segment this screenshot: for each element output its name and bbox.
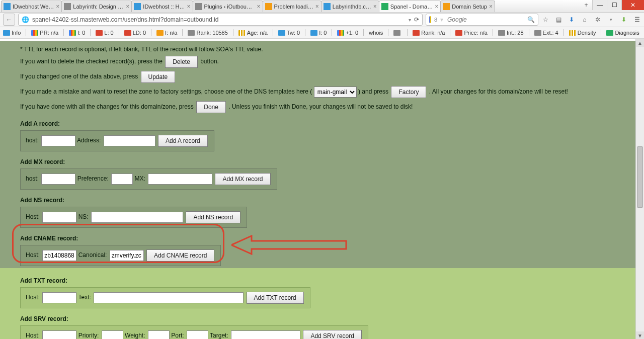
metric-label: Density: [578, 30, 596, 36]
browser-tab[interactable]: Labyrinth: Design a…×: [61, 1, 132, 12]
tab-close-icon[interactable]: ×: [373, 3, 377, 10]
toolbar-metric[interactable]: +1: 0: [336, 30, 359, 36]
mx-mx-input[interactable]: [148, 174, 212, 185]
home-icon[interactable]: ⌂: [581, 16, 589, 23]
url-history-dropdown[interactable]: ▾: [409, 17, 411, 23]
url-text[interactable]: spanel-42402-ssl.masterweb.com/user/dns.…: [32, 16, 406, 23]
bookmark-star-icon[interactable]: ☆: [541, 16, 549, 23]
search-submit-icon[interactable]: 🔍: [527, 16, 535, 23]
add-a-button[interactable]: Add A record: [158, 135, 208, 147]
nav-back-button[interactable]: ←: [3, 14, 15, 26]
tab-close-icon[interactable]: ×: [435, 3, 438, 10]
toolbar-metric[interactable]: whois: [368, 30, 384, 36]
cname-canonical-input[interactable]: [110, 250, 144, 261]
toolbar-metric[interactable]: I: 0: [309, 30, 328, 36]
seo-toolbar: InfoPR: n/aI: 0L: 0LD: 0I: n/aRank: 1058…: [0, 27, 644, 39]
srv-weight-input[interactable]: [148, 330, 170, 339]
browser-tab[interactable]: Plugins ‹ iOutboun…×: [193, 1, 263, 12]
mx-host-input[interactable]: [41, 174, 75, 185]
update-button[interactable]: Update: [141, 71, 176, 83]
ns-ns-input[interactable]: [91, 212, 183, 223]
toolbar-metric[interactable]: Diagnosis: [605, 30, 640, 36]
reload-icon[interactable]: ⟳: [414, 16, 419, 23]
srv-priority-input[interactable]: [102, 330, 123, 339]
tab-label: Labyrinthdb.c…: [333, 4, 371, 10]
tab-close-icon[interactable]: ×: [315, 3, 319, 10]
browser-location-bar: ← 🌐 spanel-42402-ssl.masterweb.com/user/…: [0, 13, 644, 27]
browser-tab[interactable]: Spanel - Doma…×: [379, 1, 441, 12]
mx-pref-input[interactable]: [111, 174, 133, 185]
add-mx-button[interactable]: Add MX record: [215, 173, 270, 185]
add-ns-button[interactable]: Add NS record: [186, 211, 240, 223]
add-cname-heading: Add CNAME record:: [20, 235, 636, 242]
add-txt-heading: Add TXT record:: [20, 277, 636, 284]
tab-label: Plugins ‹ iOutboun…: [204, 4, 255, 10]
reader-icon[interactable]: ▤: [554, 16, 562, 23]
toolbar-metric[interactable]: Rank: 10585: [187, 30, 228, 36]
toolbar-metric[interactable]: [392, 30, 403, 36]
txt-text-input[interactable]: [94, 292, 244, 303]
txt-host-input[interactable]: [42, 292, 76, 303]
scroll-track[interactable]: [636, 47, 644, 331]
toolbar-metric[interactable]: Price: n/a: [454, 30, 488, 36]
srv-target-input[interactable]: [231, 330, 300, 339]
metric-icon: [393, 30, 400, 36]
toolbar-metric[interactable]: Tw: 0: [277, 30, 301, 36]
toolbar-metric[interactable]: Int.: 28: [497, 30, 525, 36]
toolbar-metric[interactable]: I: n/a: [155, 30, 178, 36]
download-icon[interactable]: ⬇: [568, 16, 576, 23]
search-input[interactable]: [446, 16, 524, 24]
browser-tab[interactable]: Labyrinthdb.c…×: [321, 1, 379, 12]
delete-button[interactable]: Delete: [165, 56, 198, 68]
scroll-up-icon[interactable]: ▲: [636, 39, 644, 47]
delete-instruction: If you want to delete the checked record…: [20, 56, 636, 68]
a-address-input[interactable]: [104, 135, 155, 146]
factory-button[interactable]: Factory: [391, 86, 426, 98]
add-cname-button[interactable]: Add CNAME record: [146, 249, 214, 262]
tab-favicon-icon: [64, 3, 71, 10]
add-txt-button[interactable]: Add TXT record: [247, 292, 304, 304]
metric-icon: [3, 30, 10, 36]
toolbar-metric[interactable]: Info: [2, 30, 22, 36]
addons-icon[interactable]: ✲: [594, 16, 602, 23]
ns-host-input[interactable]: [42, 212, 76, 223]
toolbar-metric[interactable]: L: 0: [95, 30, 114, 36]
tab-close-icon[interactable]: ×: [187, 3, 190, 10]
toolbar-metric[interactable]: Density: [568, 30, 597, 36]
srv-port-input[interactable]: [187, 330, 208, 339]
vertical-scrollbar[interactable]: ▲ ▼: [635, 39, 644, 339]
srv-host-input[interactable]: [42, 330, 76, 339]
browser-tab[interactable]: Domain Setup×: [440, 1, 495, 12]
search-box[interactable]: 8 ▾ 🔍: [426, 14, 538, 26]
browser-tab[interactable]: IDwebhost We…×: [1, 1, 62, 12]
window-close-button[interactable]: ✕: [621, 0, 644, 10]
toolbar-metric[interactable]: Ext.: 4: [533, 30, 559, 36]
window-minimize-button[interactable]: —: [592, 0, 607, 10]
tab-close-icon[interactable]: ×: [126, 3, 129, 10]
new-tab-button[interactable]: +: [580, 0, 592, 10]
toolbar-metric[interactable]: Rank: n/a: [412, 30, 446, 36]
metric-label: I: 0: [319, 30, 327, 36]
metric-icon: [188, 30, 195, 36]
done-button[interactable]: Done: [196, 101, 226, 113]
tab-close-icon[interactable]: ×: [257, 3, 260, 10]
scroll-thumb[interactable]: [637, 146, 643, 208]
a-host-input[interactable]: [41, 135, 75, 146]
browser-tab[interactable]: IDwebhost :: H…×: [131, 1, 193, 12]
add-srv-button[interactable]: Add SRV record: [303, 330, 362, 339]
toolbar-metric[interactable]: Age: n/a: [237, 30, 269, 36]
menu-icon[interactable]: ☰: [633, 16, 641, 23]
toolbar-metric[interactable]: LD: 0: [123, 30, 147, 36]
tab-close-icon[interactable]: ×: [489, 3, 493, 10]
tab-label: Problem loadi…: [274, 4, 313, 10]
dns-template-select[interactable]: main-gmail: [314, 87, 357, 98]
toolbar-metric[interactable]: PR: n/a: [30, 30, 59, 36]
browser-tab[interactable]: Problem loadi…×: [263, 1, 321, 12]
url-input[interactable]: 🌐 spanel-42402-ssl.masterweb.com/user/dn…: [18, 14, 423, 26]
tab-close-icon[interactable]: ×: [56, 3, 59, 10]
window-maximize-button[interactable]: ☐: [607, 0, 621, 10]
toolbar-metric[interactable]: I: 0: [68, 30, 86, 36]
scroll-down-icon[interactable]: ▼: [636, 331, 644, 339]
idm-icon[interactable]: ⬇: [620, 16, 628, 23]
cname-host-input[interactable]: [42, 250, 76, 261]
